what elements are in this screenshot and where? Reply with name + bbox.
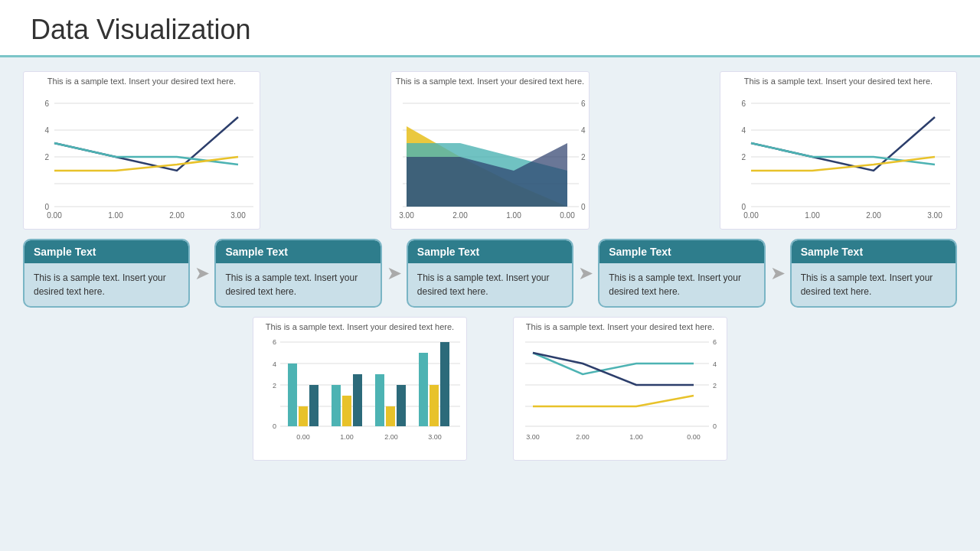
bottom-chart-line: This is a sample text. Insert your desir… [513,317,727,460]
process-box-1: Sample Text This is a sample text. Inser… [23,239,190,308]
chart-2-svg: 6 4 2 0 3.00 2.00 1.00 0.00 [395,88,586,222]
svg-text:1.00: 1.00 [805,211,820,220]
svg-text:2: 2 [713,382,717,390]
process-box-4: Sample Text This is a sample text. Inser… [598,239,765,308]
svg-rect-63 [397,385,406,426]
svg-rect-64 [419,353,428,426]
svg-rect-55 [288,364,297,426]
svg-text:2: 2 [273,382,276,390]
svg-rect-59 [342,396,351,426]
svg-rect-58 [332,385,341,426]
svg-text:1.00: 1.00 [629,433,643,441]
svg-text:0.00: 0.00 [560,211,575,220]
svg-text:6: 6 [581,99,586,108]
svg-text:4: 4 [44,126,49,135]
svg-text:2.00: 2.00 [452,211,468,220]
svg-text:3.00: 3.00 [399,211,414,220]
process-header-5: Sample Text [792,240,956,263]
svg-text:1.00: 1.00 [506,211,521,220]
svg-text:6: 6 [741,99,746,108]
svg-text:0: 0 [273,422,276,430]
process-box-5: Sample Text This is a sample text. Inser… [790,239,957,308]
svg-rect-61 [375,374,384,426]
svg-text:6: 6 [44,99,49,108]
process-body-3: This is a sample text. Insert your desir… [408,263,572,306]
page-title: Data Visualization [31,14,949,46]
svg-text:0.00: 0.00 [47,211,62,220]
svg-rect-66 [440,342,449,426]
svg-text:2: 2 [741,153,746,161]
bottom-chart-bar: This is a sample text. Insert your desir… [253,317,467,460]
process-header-3: Sample Text [408,240,572,263]
bar-chart-svg: 6 4 2 0 0.00 1.00 2.00 3.00 [257,334,464,453]
process-header-4: Sample Text [599,240,763,263]
svg-rect-56 [299,406,308,426]
process-row: Sample Text This is a sample text. Inser… [23,239,957,308]
chart-1: This is a sample text. Insert your desir… [23,71,260,230]
svg-text:3.00: 3.00 [927,211,942,220]
svg-rect-60 [353,374,362,426]
svg-text:4: 4 [713,360,717,368]
svg-text:2: 2 [44,153,49,161]
svg-text:3.00: 3.00 [230,211,246,220]
svg-text:2: 2 [581,153,586,161]
process-box-3: Sample Text This is a sample text. Inser… [407,239,573,308]
svg-text:4: 4 [741,126,746,135]
svg-text:6: 6 [273,338,276,346]
process-box-2: Sample Text This is a sample text. Inser… [214,239,381,308]
svg-text:0: 0 [581,203,586,211]
svg-rect-62 [386,406,395,426]
process-body-1: This is a sample text. Insert your desir… [24,263,188,306]
chart-1-label: This is a sample text. Insert your desir… [28,76,256,86]
svg-text:2.00: 2.00 [866,211,881,220]
chart-3-label: This is a sample text. Insert your desir… [724,76,952,86]
header: Data Visualization [0,0,980,57]
svg-text:0.00: 0.00 [687,433,701,441]
svg-text:2.00: 2.00 [169,211,185,220]
svg-text:0: 0 [44,203,49,211]
bottom-charts-row: This is a sample text. Insert your desir… [23,317,957,460]
chart-3: This is a sample text. Insert your desir… [720,71,957,230]
chart-2: This is a sample text. Insert your desir… [390,71,590,230]
arrow-1: ➤ [193,262,211,284]
svg-text:3.00: 3.00 [526,433,540,441]
svg-text:4: 4 [273,360,276,368]
svg-text:2.00: 2.00 [384,433,398,441]
svg-text:1.00: 1.00 [108,211,123,220]
process-header-1: Sample Text [24,240,188,263]
chart-1-svg: 6 4 2 0 0.00 1.00 2.00 3.00 [28,88,257,222]
chart-2-label: This is a sample text. Insert your desir… [395,76,585,86]
top-charts-row: This is a sample text. Insert your desir… [23,71,957,230]
bottom-line-chart-svg: 6 4 2 0 3.00 2.00 1.00 0.00 [518,334,724,453]
chart-3-svg: 6 4 2 0 0.00 1.00 2.00 3.00 [724,88,954,222]
process-body-4: This is a sample text. Insert your desir… [599,263,763,306]
process-body-5: This is a sample text. Insert your desir… [792,263,956,306]
page: Data Visualization This is a sample text… [0,0,980,551]
svg-text:0: 0 [713,422,717,430]
svg-text:6: 6 [713,338,717,346]
svg-text:1.00: 1.00 [340,433,354,441]
svg-text:2.00: 2.00 [576,433,590,441]
svg-text:3.00: 3.00 [428,433,442,441]
svg-text:0.00: 0.00 [743,211,759,220]
process-header-2: Sample Text [216,240,380,263]
bottom-chart-line-label: This is a sample text. Insert your desir… [518,321,723,332]
arrow-4: ➤ [769,262,787,284]
bottom-chart-bar-label: This is a sample text. Insert your desir… [257,321,462,332]
main-content: This is a sample text. Insert your desir… [0,57,980,468]
svg-text:0.00: 0.00 [296,433,310,441]
svg-rect-57 [309,385,318,426]
svg-text:0: 0 [741,203,746,211]
arrow-2: ➤ [385,262,403,284]
svg-rect-65 [430,385,439,426]
svg-text:4: 4 [581,126,586,135]
process-body-2: This is a sample text. Insert your desir… [216,263,380,306]
arrow-3: ➤ [577,262,595,284]
